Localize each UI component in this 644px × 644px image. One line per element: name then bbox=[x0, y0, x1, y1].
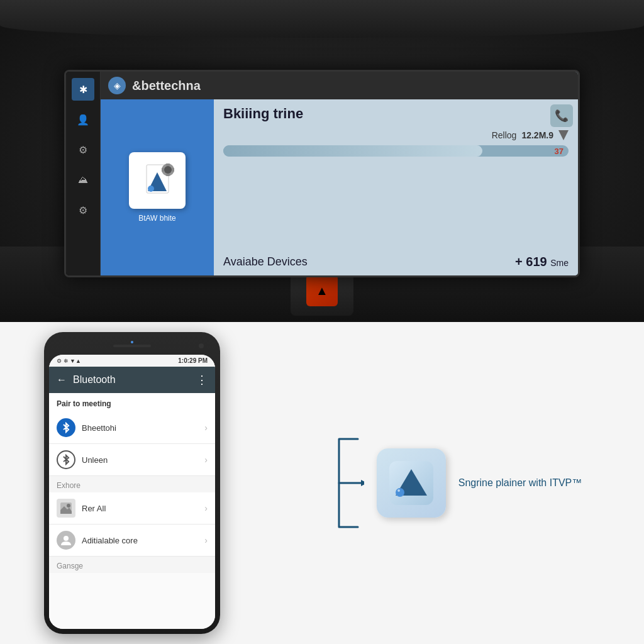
car-sidebar-menu[interactable]: ⚙ bbox=[72, 199, 94, 221]
car-meta-row: Rellog 12.2M.9 bbox=[223, 130, 569, 140]
contact-icon bbox=[57, 531, 75, 550]
car-sidebar: ✱ 👤 ⚙ ⛰ ⚙ bbox=[66, 72, 101, 275]
phone-status-left-icons: ⚙ ❄ ▼▲ bbox=[57, 358, 81, 364]
image-icon bbox=[57, 499, 75, 518]
car-devices-row: Avaiabe Devices + 619 Sme bbox=[223, 255, 569, 269]
dashboard-top-trim bbox=[0, 0, 644, 38]
app-right-label: Sngrine plainer with ITVP™ bbox=[458, 476, 582, 490]
phone-more-button[interactable]: ⋮ bbox=[196, 373, 208, 387]
phone-list: Pair to meeting Bheettohi › bbox=[49, 393, 215, 629]
bottom-section: ⚙ ❄ ▼▲ 1:0:29 PM ← Bluetooth ⋮ Pair to m… bbox=[0, 322, 644, 644]
svg-rect-8 bbox=[172, 168, 174, 172]
phone-toolbar-title: Bluetooth bbox=[73, 374, 190, 386]
car-phone-icon[interactable]: 📞 bbox=[550, 104, 573, 127]
car-meta-value: 12.2M.9 bbox=[521, 130, 553, 140]
list-item-arrow: › bbox=[204, 503, 208, 513]
bluetooth-icon bbox=[57, 418, 75, 437]
car-playing-title: Bkiiing trine bbox=[223, 106, 569, 122]
car-app-icon bbox=[129, 152, 186, 209]
phone-indicator-light bbox=[131, 341, 133, 343]
paired-item-1-label: Bheettohi bbox=[82, 423, 198, 433]
phone-speaker bbox=[113, 345, 151, 347]
car-infotainment-screen: ✱ 👤 ⚙ ⛰ ⚙ ◈ &bettechna bbox=[64, 70, 580, 277]
car-sidebar-nav[interactable]: ⛰ bbox=[72, 169, 94, 191]
car-app-label: BtAW bhite bbox=[138, 214, 176, 223]
list-item[interactable]: Aditialable core › bbox=[49, 525, 215, 557]
car-progress-fill bbox=[223, 145, 482, 157]
car-progress-number: 37 bbox=[555, 147, 564, 156]
phone-camera bbox=[199, 343, 204, 348]
car-meta-label: Rellog bbox=[492, 130, 517, 140]
svg-rect-5 bbox=[166, 164, 170, 166]
car-header-logo-icon: ◈ bbox=[108, 77, 126, 94]
phone-status-bar: ⚙ ❄ ▼▲ 1:0:29 PM bbox=[49, 355, 215, 367]
car-progress-bar[interactable]: 37 bbox=[223, 145, 569, 157]
svg-point-18 bbox=[397, 489, 400, 492]
svg-point-2 bbox=[148, 186, 154, 192]
phone-back-button[interactable]: ← bbox=[57, 374, 67, 386]
car-sidebar-contacts[interactable]: 👤 bbox=[72, 108, 94, 131]
list-item-arrow: › bbox=[204, 423, 208, 433]
phone-status-time: 1:0:29 PM bbox=[178, 357, 208, 364]
phone-screen: ⚙ ❄ ▼▲ 1:0:29 PM ← Bluetooth ⋮ Pair to m… bbox=[49, 355, 215, 629]
app-icon-large bbox=[377, 448, 446, 518]
car-sidebar-bluetooth[interactable]: ✱ bbox=[72, 78, 94, 101]
car-devices-count: + 619 Sme bbox=[515, 255, 569, 269]
svg-marker-14 bbox=[361, 480, 364, 486]
phone-available-section-header: Exhore bbox=[49, 476, 215, 492]
car-app-tile[interactable]: BtAW bhite bbox=[101, 99, 214, 275]
phone-toolbar: ← Bluetooth ⋮ bbox=[49, 367, 215, 393]
list-item[interactable]: Unleen › bbox=[49, 444, 215, 476]
phone-device: ⚙ ❄ ▼▲ 1:0:29 PM ← Bluetooth ⋮ Pair to m… bbox=[44, 332, 220, 634]
list-item-arrow: › bbox=[204, 455, 208, 465]
paired-item-2-label: Unleen bbox=[82, 455, 198, 465]
svg-point-12 bbox=[64, 536, 69, 541]
bluetooth-outline-icon bbox=[57, 450, 75, 469]
svg-point-4 bbox=[164, 166, 172, 174]
car-dropdown-icon[interactable] bbox=[558, 130, 569, 140]
hazard-button[interactable]: ▲ bbox=[306, 275, 338, 306]
available-item-2-label: Aditialable core bbox=[82, 536, 198, 545]
svg-point-17 bbox=[396, 488, 404, 497]
svg-rect-7 bbox=[162, 168, 164, 172]
phone-bottom-section: Gansge bbox=[49, 557, 215, 573]
car-content-area: BtAW bhite 📞 Bkiiing trine Rellog 12.2M.… bbox=[101, 99, 578, 275]
bracket-arrow-graphic bbox=[326, 433, 364, 533]
car-dashboard-section: ✱ 👤 ⚙ ⛰ ⚙ ◈ &bettechna bbox=[0, 0, 644, 322]
car-main-content: ◈ &bettechna bbox=[101, 72, 578, 275]
svg-rect-6 bbox=[166, 174, 170, 176]
svg-point-11 bbox=[67, 504, 70, 508]
phone-notch bbox=[49, 337, 215, 355]
car-devices-label: Avaiabe Devices bbox=[223, 255, 308, 269]
car-sidebar-settings[interactable]: ⚙ bbox=[72, 138, 94, 161]
car-info-panel: 📞 Bkiiing trine Rellog 12.2M.9 37 Av bbox=[214, 99, 578, 275]
car-header-title: &bettechna bbox=[132, 79, 201, 93]
list-item[interactable]: Bheettohi › bbox=[49, 412, 215, 444]
list-item[interactable]: Rer All › bbox=[49, 492, 215, 525]
phone-paired-section-header: Pair to meeting bbox=[49, 393, 215, 412]
car-header-bar: ◈ &bettechna bbox=[101, 72, 578, 99]
available-item-1-label: Rer All bbox=[82, 504, 198, 513]
right-panel: Sngrine plainer with ITVP™ bbox=[264, 322, 644, 644]
phone-container: ⚙ ❄ ▼▲ 1:0:29 PM ← Bluetooth ⋮ Pair to m… bbox=[0, 322, 264, 644]
list-item-arrow: › bbox=[204, 535, 208, 545]
